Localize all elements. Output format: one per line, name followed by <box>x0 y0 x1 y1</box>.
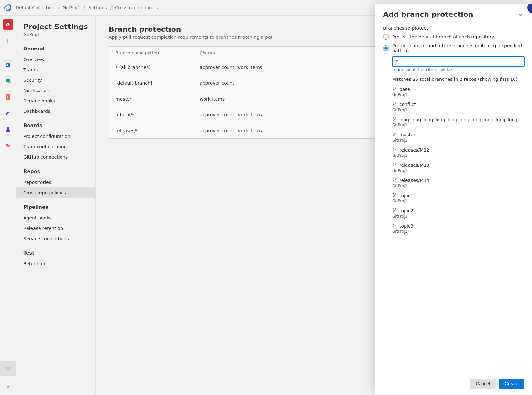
sidebar-item[interactable]: Cross-repo policies <box>16 187 95 198</box>
repos-icon[interactable] <box>3 92 13 102</box>
branch-icon <box>392 208 397 213</box>
project-settings-icon[interactable] <box>0 361 16 376</box>
svg-point-28 <box>393 165 394 166</box>
svg-point-25 <box>393 150 394 151</box>
sidebar-item[interactable]: Repositories <box>16 177 95 187</box>
branches-to-protect-label: Branches to protect <box>383 26 524 31</box>
sidebar-item[interactable]: Team configuration <box>16 142 95 152</box>
artifacts-icon[interactable] <box>3 140 13 151</box>
svg-point-29 <box>395 163 396 164</box>
sidebar-project-name[interactable]: GitProj1 <box>16 32 95 43</box>
radio-protect-default[interactable]: Protect the default branch of each repos… <box>383 34 524 40</box>
branch-icon <box>392 162 397 168</box>
svg-rect-10 <box>7 145 10 147</box>
svg-point-15 <box>393 102 394 103</box>
sidebar-item[interactable]: Security <box>16 75 95 85</box>
radio-icon <box>383 34 389 40</box>
svg-point-37 <box>393 211 394 212</box>
svg-point-16 <box>393 104 394 105</box>
match-item[interactable]: releases/M12GitProj1 <box>392 147 524 158</box>
svg-point-11 <box>7 368 9 369</box>
sidebar-group-title: General <box>16 43 95 54</box>
cell-pattern: master <box>109 91 193 107</box>
match-summary: Matches 25 total branches in 2 repos (sh… <box>392 77 524 82</box>
match-item[interactable]: long_long_long_long_long_long_long_long_… <box>392 117 524 127</box>
breadcrumb-page[interactable]: Cross-repo policies <box>115 5 158 10</box>
column-header-pattern[interactable]: Branch name pattern <box>109 47 193 59</box>
sidebar-item[interactable]: Dashboards <box>16 106 95 116</box>
svg-point-20 <box>395 118 396 119</box>
match-item[interactable]: topic1GitProj1 <box>392 193 524 203</box>
azure-devops-logo-icon[interactable] <box>3 3 13 13</box>
svg-point-18 <box>393 117 394 118</box>
branch-icon <box>392 223 397 229</box>
breadcrumb-project[interactable]: GitProj1 <box>62 5 80 10</box>
branch-icon <box>392 101 397 107</box>
svg-point-39 <box>393 224 394 225</box>
branch-repo: GitProj1 <box>392 108 524 112</box>
match-item[interactable]: topic2GitProj1 <box>392 208 524 219</box>
sidebar-item[interactable]: Notifications <box>16 85 95 96</box>
sidebar-item[interactable]: Project configuration <box>16 131 95 142</box>
branch-name: master <box>399 132 415 137</box>
sidebar-item[interactable]: Teams <box>16 65 95 75</box>
pattern-input[interactable] <box>392 57 524 66</box>
project-avatar[interactable]: G <box>3 19 13 30</box>
branch-name: conflict <box>399 102 416 107</box>
radio-label: Protect the default branch of each repos… <box>392 34 494 39</box>
boards-icon[interactable] <box>3 76 13 86</box>
branch-name: base <box>399 87 410 92</box>
learn-pattern-link[interactable]: Learn about the pattern syntax <box>392 68 524 72</box>
sidebar-item[interactable]: Overview <box>16 54 95 65</box>
sidebar-item[interactable]: Retention <box>16 259 95 269</box>
sidebar-item[interactable]: Service connections <box>16 233 95 244</box>
add-icon[interactable]: + <box>3 36 13 46</box>
branch-repo: GitProj1 <box>392 138 524 143</box>
radio-protect-pattern[interactable]: Protect current and future branches matc… <box>383 43 524 53</box>
svg-point-32 <box>395 178 396 179</box>
breadcrumb-settings[interactable]: Settings <box>88 5 107 10</box>
test-plans-icon[interactable] <box>3 124 13 134</box>
cell-pattern: [default branch] <box>109 75 193 91</box>
match-item[interactable]: masterGitProj1 <box>392 132 524 143</box>
radio-label: Protect current and future branches matc… <box>392 43 524 53</box>
branch-repo: GitProj1 <box>392 199 524 203</box>
branch-repo: GitProj1 <box>392 184 524 188</box>
overview-icon[interactable] <box>3 59 13 70</box>
svg-point-35 <box>395 194 396 195</box>
svg-point-14 <box>395 87 396 88</box>
branch-repo: GitProj1 <box>392 214 524 219</box>
match-item[interactable]: topic3GitProj1 <box>392 223 524 234</box>
branch-icon <box>392 193 397 198</box>
left-rail: G + <box>0 16 16 395</box>
settings-sidebar: Project Settings GitProj1 GeneralOvervie… <box>16 16 96 395</box>
close-icon[interactable]: ✕ <box>517 10 524 20</box>
branch-name: releases/M14 <box>399 178 429 183</box>
sidebar-item[interactable]: Service hooks <box>16 96 95 106</box>
match-item[interactable]: conflictGitProj1 <box>392 101 524 112</box>
match-item[interactable]: releases/M13GitProj1 <box>392 162 524 173</box>
svg-point-31 <box>393 180 394 181</box>
sidebar-item[interactable]: Release retention <box>16 223 95 233</box>
match-item[interactable]: baseGitProj1 <box>392 86 524 97</box>
collapse-rail-icon[interactable] <box>3 382 13 392</box>
pipelines-icon[interactable] <box>3 108 13 118</box>
cancel-button[interactable]: Cancel <box>470 379 496 389</box>
svg-point-12 <box>393 87 394 88</box>
svg-point-13 <box>393 89 394 90</box>
sidebar-item[interactable]: GitHub connections <box>16 152 95 162</box>
svg-point-30 <box>393 178 394 179</box>
svg-point-22 <box>393 135 394 136</box>
branch-icon <box>392 177 397 183</box>
breadcrumb-collection[interactable]: DefaultCollection <box>16 5 54 10</box>
create-button[interactable]: Create <box>499 379 524 389</box>
branch-repo: GitProj1 <box>392 229 524 234</box>
user-avatar[interactable] <box>526 4 532 14</box>
svg-rect-2 <box>7 64 8 66</box>
cell-pattern: official/* <box>109 107 193 123</box>
sidebar-item[interactable]: Agent pools <box>16 213 95 223</box>
svg-point-27 <box>393 163 394 164</box>
match-item[interactable]: releases/M14GitProj1 <box>392 177 524 188</box>
sidebar-group-title: Repos <box>16 165 95 177</box>
svg-point-26 <box>395 148 396 149</box>
